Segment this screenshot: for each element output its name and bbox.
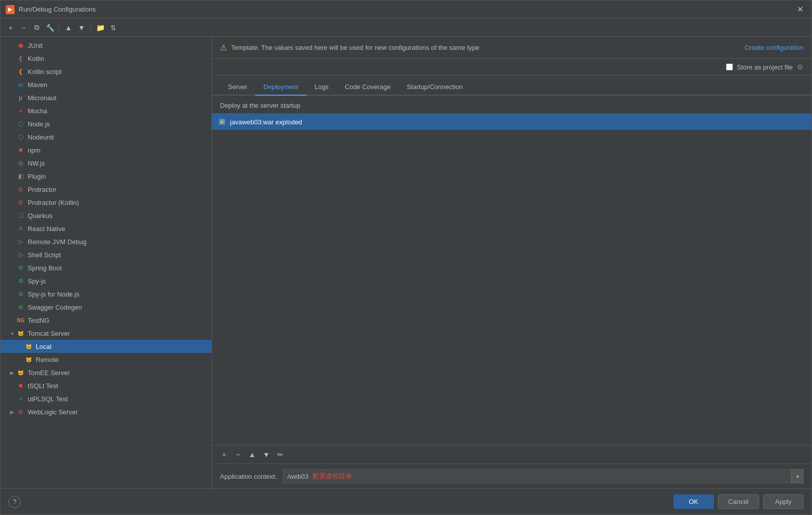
close-button[interactable]: ✕ [794,4,806,15]
apply-button[interactable]: Apply [763,494,803,509]
sidebar-item-nodejs[interactable]: ⬡ Node.js [1,117,211,130]
expand-icon [9,133,16,140]
expand-icon [9,290,16,298]
sidebar-item-label: Remote [36,356,59,363]
sidebar-item-react-native[interactable]: ⚛ React Native [1,222,211,235]
sidebar-item-spy-js[interactable]: ⚙ Spy-js [1,274,211,287]
deploy-remove-button[interactable]: − [232,449,244,461]
sort-button[interactable]: ⇅ [107,22,119,34]
sidebar-item-tomcat-local[interactable]: 🐱 Local [1,340,211,353]
sidebar-item-nwjs[interactable]: ◎ NW.js [1,157,211,170]
utplsql-icon: ≡ [17,395,25,403]
sidebar-item-label: Quarkus [28,212,52,219]
help-button[interactable]: ? [9,496,21,508]
expand-icon [9,68,16,75]
sidebar-item-tsqlt[interactable]: ■ tSQLt Test [1,379,211,392]
copy-config-button[interactable]: ⧉ [31,22,43,34]
main-content: ◉ JUnit ❰ Kotlin ❰ Kotlin script m Maven [1,37,811,488]
sidebar-item-remote-jvm[interactable]: ▷ Remote JVM Debug [1,235,211,248]
sidebar-item-maven[interactable]: m Maven [1,78,211,91]
add-config-button[interactable]: + [5,22,17,34]
tab-code-coverage[interactable]: Code Coverage [337,79,399,96]
sidebar-item-utplsql[interactable]: ≡ utPLSQL Test [1,392,211,405]
bottom-buttons: OK Cancel Apply [674,494,803,509]
sidebar-item-label: Kotlin [28,55,44,62]
deploy-item[interactable]: ⚡ javaweb03:war exploded [212,114,811,130]
sidebar-item-protractor-kotlin[interactable]: ⊖ Protractor (Kotlin) [1,196,211,209]
sidebar-item-tomcat-remote[interactable]: 🐱 Remote [1,353,211,366]
toolbar-separator [59,23,59,33]
sidebar-item-mocha[interactable]: ● Mocha [1,104,211,117]
expand-icon [9,199,16,206]
expand-icon [9,107,16,114]
cancel-button[interactable]: Cancel [718,494,759,509]
sidebar-item-spring-boot[interactable]: ⚙ Spring Boot [1,261,211,274]
sidebar-item-label: Plugin [28,173,46,180]
settings-button[interactable]: 🔧 [44,22,56,34]
sidebar-item-label: Micronaut [28,94,56,102]
app-context-value: /web03 [287,473,309,480]
sidebar-item-testng[interactable]: NG TestNG [1,314,211,327]
npm-icon: ■ [17,146,25,154]
app-context-dropdown-button[interactable]: ▾ [791,469,803,483]
sidebar-item-swagger[interactable]: ⊛ Swagger Codegen [1,301,211,314]
tab-deployment[interactable]: Deployment [255,79,306,96]
expand-chevron-icon: ▶ [9,369,16,376]
sidebar-item-kotlin-script[interactable]: ❰ Kotlin script [1,65,211,78]
spyjs-icon: ⚙ [17,277,25,285]
tomee-icon: 🐱 [17,369,25,377]
sidebar-item-weblogic[interactable]: ▶ ⊖ WebLogic Server [1,405,211,418]
sidebar-item-label: Node.js [28,120,50,128]
deploy-down-button[interactable]: ▼ [260,449,272,461]
sidebar-item-label: Spring Boot [28,264,62,272]
sidebar-item-micronaut[interactable]: μ Micronaut [1,91,211,104]
deploy-up-button[interactable]: ▲ [246,449,258,461]
sidebar-item-shell-script[interactable]: ▷ Shell Script [1,248,211,261]
tab-server[interactable]: Server [220,79,255,96]
expand-icon [9,317,16,324]
folder-button[interactable]: 📁 [94,22,106,34]
remove-config-button[interactable]: − [18,22,30,34]
remote-jvm-icon: ▷ [17,238,25,246]
warning-text: Template. The values saved here will be … [231,44,479,51]
sidebar-item-plugin[interactable]: ◧ Plugin [1,170,211,183]
gear-icon[interactable]: ⚙ [797,63,803,71]
sidebar-item-junit[interactable]: ◉ JUnit [1,39,211,52]
spyjs-node-icon: ⚙ [17,290,25,298]
tsqlt-icon: ■ [17,382,25,390]
create-configuration-link[interactable]: Create configuration [745,44,803,51]
deploy-edit-button[interactable]: ✏ [274,449,286,461]
sidebar-item-label: Local [36,343,51,350]
sidebar-item-quarkus[interactable]: ❑ Quarkus [1,209,211,222]
sidebar-item-tomcat-server[interactable]: ▾ 🐱 Tomcat Server [1,327,211,340]
sidebar-item-label: Swagger Codegen [28,304,82,311]
store-row: Store as project file ⚙ [212,59,811,76]
deploy-add-button[interactable]: + [218,449,230,461]
expand-chevron-icon: ▾ [9,330,16,337]
move-up-button[interactable]: ▲ [62,22,75,34]
nodeunit-icon: ⬡ [17,133,25,141]
expand-icon [9,81,16,88]
protractor-icon: ⊖ [17,185,25,193]
sidebar-item-nodeunit[interactable]: ⬡ Nodeunit [1,130,211,143]
sidebar-item-spy-js-node[interactable]: ⚙ Spy-js for Node.js [1,287,211,301]
react-icon: ⚛ [17,225,25,233]
sidebar-item-kotlin[interactable]: ❰ Kotlin [1,52,211,65]
tab-logs[interactable]: Logs [307,79,337,96]
expand-icon [9,173,16,180]
sidebar-item-label: Shell Script [28,251,61,259]
app-context-input[interactable]: /web03 配置虚拟目录 [283,469,791,483]
sidebar-item-npm[interactable]: ■ npm [1,143,211,157]
store-as-project-checkbox[interactable] [726,63,733,70]
sidebar-item-protractor[interactable]: ⊖ Protractor [1,183,211,196]
move-down-button[interactable]: ▼ [76,22,88,34]
sidebar-item-tomee-server[interactable]: ▶ 🐱 TomEE Server [1,366,211,379]
maven-icon: m [17,81,25,89]
sidebar-item-label: Spy-js for Node.js [28,290,80,298]
plugin-icon: ◧ [17,172,25,180]
sidebar-item-label: Spy-js [28,277,46,285]
tab-startup-connection[interactable]: Startup/Connection [399,79,471,96]
sidebar: ◉ JUnit ❰ Kotlin ❰ Kotlin script m Maven [1,37,212,488]
swagger-icon: ⊛ [17,303,25,311]
ok-button[interactable]: OK [674,494,714,509]
